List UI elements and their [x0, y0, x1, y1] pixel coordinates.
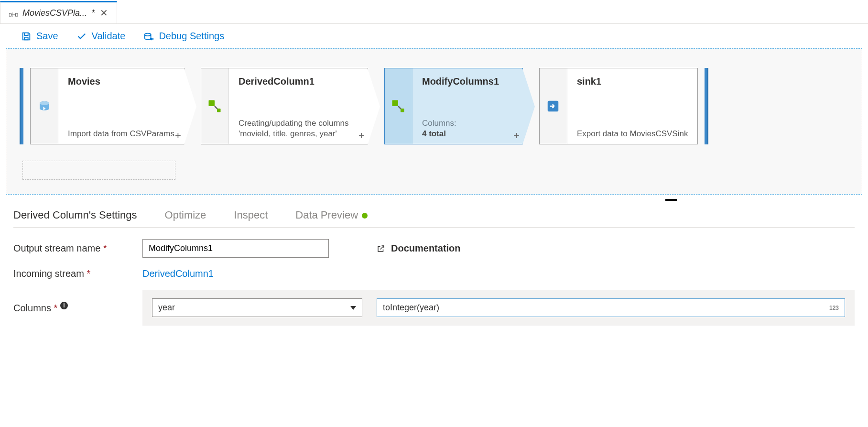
node-derived-column[interactable]: DerivedColumn1 Creating/updating the col…: [201, 68, 368, 144]
settings-panel: Derived Column's Settings Optimize Inspe…: [0, 201, 868, 348]
tab-bar: MoviesCSVPla... * ✕: [0, 0, 868, 24]
tab-optimize[interactable]: Optimize: [165, 209, 206, 221]
node-movies[interactable]: Movies Import data from CSVParams +: [30, 68, 184, 144]
columns-row: year toInteger(year) 123: [142, 290, 855, 326]
node-title: Movies: [68, 76, 174, 87]
drop-placeholder[interactable]: [22, 161, 175, 180]
node-desc: Export data to MoviesCSVSink: [577, 129, 688, 139]
node-title: DerivedColumn1: [239, 76, 358, 87]
tab-inspect[interactable]: Inspect: [234, 209, 268, 221]
derived-icon: [201, 68, 229, 144]
svg-rect-7: [209, 100, 215, 107]
svg-point-3: [145, 33, 151, 36]
tab-data-preview[interactable]: Data Preview: [295, 209, 368, 221]
node-title: ModifyColumns1: [422, 76, 513, 87]
debug-icon: [143, 31, 154, 42]
chevron-down-icon: [350, 306, 356, 310]
svg-rect-2: [24, 37, 28, 40]
tab-title: MoviesCSVPla...: [22, 8, 87, 18]
svg-rect-0: [9, 13, 11, 16]
add-step-button[interactable]: +: [358, 130, 365, 142]
canvas-left-handle[interactable]: [20, 68, 23, 144]
panel-tabs: Derived Column's Settings Optimize Inspe…: [13, 201, 855, 228]
node-desc: Import data from CSVParams: [68, 129, 174, 139]
derived-icon: [385, 68, 412, 144]
documentation-link[interactable]: Documentation: [377, 243, 461, 254]
check-icon: [76, 31, 87, 42]
sink-icon: [540, 68, 567, 144]
node-desc: Columns: 4 total: [422, 118, 513, 139]
svg-rect-9: [392, 100, 399, 107]
debug-settings-button[interactable]: Debug Settings: [143, 31, 224, 42]
output-stream-input[interactable]: [142, 239, 329, 258]
status-dot-icon: [362, 213, 368, 219]
node-desc: Creating/updating the columns 'movieId, …: [239, 118, 358, 139]
column-name-dropdown[interactable]: year: [152, 298, 362, 317]
svg-point-6: [40, 101, 49, 105]
dataflow-icon: [9, 10, 18, 16]
info-icon[interactable]: i: [60, 302, 68, 309]
validate-button[interactable]: Validate: [76, 31, 126, 42]
panel-splitter[interactable]: [0, 198, 868, 201]
node-title: sink1: [577, 76, 688, 87]
save-icon: [21, 31, 32, 42]
type-badge: 123: [829, 305, 839, 311]
column-expression-input[interactable]: toInteger(year) 123: [377, 298, 845, 317]
canvas-right-handle[interactable]: [705, 68, 708, 144]
save-button[interactable]: Save: [21, 31, 58, 42]
tab-dirty: *: [92, 8, 95, 18]
external-link-icon: [377, 244, 385, 253]
incoming-stream-link[interactable]: DerivedColumn1: [142, 268, 214, 279]
toolbar: Save Validate Debug Settings: [0, 24, 868, 48]
svg-rect-1: [16, 13, 18, 16]
add-step-button[interactable]: +: [175, 130, 181, 142]
add-step-button[interactable]: +: [513, 130, 520, 142]
columns-label: Columns * i: [13, 302, 123, 314]
tab-settings[interactable]: Derived Column's Settings: [13, 209, 137, 221]
incoming-stream-label: Incoming stream *: [13, 268, 123, 279]
svg-rect-10: [401, 109, 404, 112]
source-icon: [31, 68, 58, 144]
svg-rect-8: [217, 109, 221, 112]
flow-canvas[interactable]: Movies Import data from CSVParams + Deri…: [6, 48, 862, 195]
file-tab[interactable]: MoviesCSVPla... * ✕: [0, 1, 117, 23]
node-modify-columns[interactable]: ModifyColumns1 Columns: 4 total +: [384, 68, 523, 144]
node-sink[interactable]: sink1 Export data to MoviesCSVSink: [539, 68, 698, 144]
close-icon[interactable]: ✕: [100, 7, 108, 19]
output-stream-label: Output stream name *: [13, 243, 123, 254]
